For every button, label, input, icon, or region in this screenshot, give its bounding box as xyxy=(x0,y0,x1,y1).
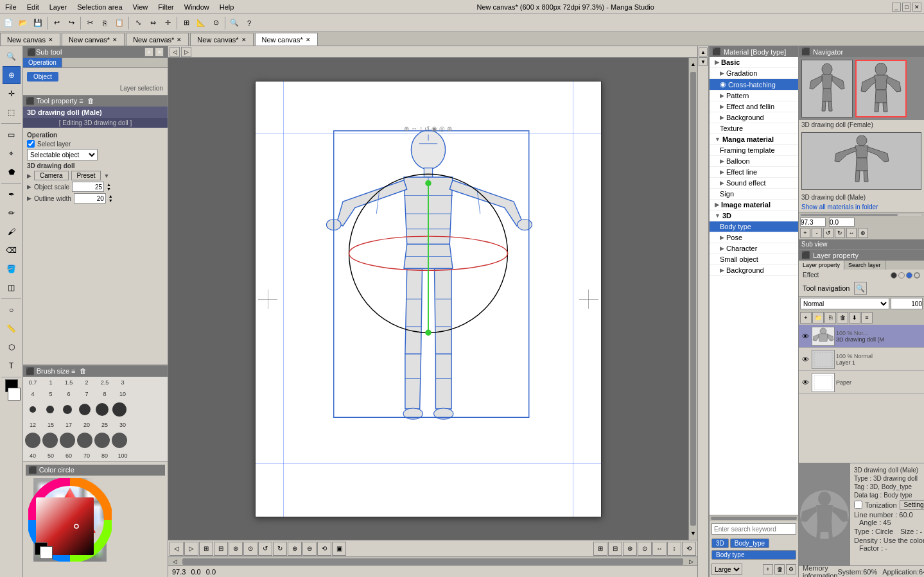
mat-image[interactable]: ▶ Image material xyxy=(710,200,798,211)
tool-subview[interactable]: ⬚ xyxy=(3,103,21,121)
brush-circle-60[interactable] xyxy=(59,432,76,449)
brush-size-25[interactable]: 2.5 xyxy=(96,378,113,387)
menu-help[interactable]: Help xyxy=(214,2,240,12)
brush-circle-30[interactable] xyxy=(111,401,128,418)
brush-size-80[interactable]: 80 xyxy=(96,451,113,460)
canvas-wrapper[interactable]: ⊕ ↔ ↕ ↺ ◉ ◎ ⊛ xyxy=(168,58,688,540)
mat-sign[interactable]: Sign xyxy=(710,189,798,200)
blend-mode-select[interactable]: Normal xyxy=(800,298,889,309)
brush-circle-25[interactable] xyxy=(94,401,110,418)
tab-1-close[interactable]: ✕ xyxy=(112,37,118,43)
brush-size-25b[interactable]: 25 xyxy=(96,420,113,429)
tab-1[interactable]: New canvas* ✕ xyxy=(62,33,125,46)
bt-capture3d[interactable]: ▣ xyxy=(332,542,346,556)
toolbar-help[interactable]: ? xyxy=(242,16,256,30)
brush-circle-15[interactable] xyxy=(42,401,58,418)
menu-edit[interactable]: Edit xyxy=(22,2,44,12)
brush-size-07[interactable]: 0.7 xyxy=(24,378,41,387)
preset-button[interactable]: Preset xyxy=(71,171,101,180)
nav-zoom-input[interactable] xyxy=(800,218,826,227)
mat-scroll-thumb[interactable] xyxy=(711,517,797,520)
mat-basic[interactable]: ▶ Basic xyxy=(710,57,798,68)
color-wheel[interactable] xyxy=(28,478,112,562)
brush-size-10[interactable]: 10 xyxy=(114,390,131,399)
trash-icon[interactable]: 🗑 xyxy=(87,97,94,105)
mat-pose[interactable]: ▶ Pose xyxy=(710,232,798,243)
brush-size-15[interactable]: 1.5 xyxy=(60,378,77,387)
toolbar-zoom-in[interactable]: 🔍 xyxy=(227,16,241,30)
toolbar-paste[interactable]: 📋 xyxy=(112,16,126,30)
tool-lasso[interactable]: ⌖ xyxy=(3,144,21,162)
bi-settings-btn[interactable]: Settings... xyxy=(900,500,924,510)
nav-angle-input[interactable] xyxy=(829,218,855,227)
mat-bg2[interactable]: ▶ Background xyxy=(710,265,798,276)
brush-size-5[interactable]: 5 xyxy=(42,390,59,399)
bt-add-pg[interactable]: ⊛ xyxy=(623,542,637,556)
obj-scale-down[interactable]: ▼ xyxy=(107,187,111,191)
brush-menu[interactable]: ≡ xyxy=(71,367,75,375)
outline-down[interactable]: ▼ xyxy=(109,198,113,203)
bt-zoom-out2[interactable]: ⊙ xyxy=(243,542,257,556)
tool-ruler[interactable]: 📏 xyxy=(3,320,21,338)
scroll-v-thumb[interactable] xyxy=(690,72,696,526)
nav-fit-btn[interactable]: ⊛ xyxy=(858,228,868,238)
lp-dot2[interactable] xyxy=(898,272,905,279)
tool-zoom[interactable]: 🔍 xyxy=(3,47,21,65)
close-button[interactable]: ✕ xyxy=(912,3,921,12)
tool-auto-select[interactable]: ⬟ xyxy=(3,163,21,181)
toolbar-save[interactable]: 💾 xyxy=(31,16,45,30)
layer-item-1[interactable]: 👁 100 % Normal Layer 1 xyxy=(799,348,924,371)
brush-size-20[interactable]: 20 xyxy=(78,420,95,429)
lp-delete[interactable]: 🗑 xyxy=(837,312,848,323)
brush-size-12[interactable]: 12 xyxy=(24,420,41,429)
bt-scale3d[interactable]: ⊖ xyxy=(302,542,317,556)
bt-add-frame[interactable]: ⊞ xyxy=(199,542,213,556)
obj-scale-input[interactable] xyxy=(72,182,104,192)
lp-dot1[interactable] xyxy=(891,272,897,279)
canvas-scrollbar-v[interactable]: ▲ ▼ xyxy=(688,58,697,540)
nav-zoom-out-btn[interactable]: - xyxy=(812,228,822,238)
tool-eraser[interactable]: ⌫ xyxy=(3,241,21,259)
tab-3-close[interactable]: ✕ xyxy=(241,37,247,43)
bt-reset3d[interactable]: ⟲ xyxy=(317,542,331,556)
layer-item-paper[interactable]: 👁 Paper xyxy=(799,371,924,394)
bt-sym2[interactable]: ⟲ xyxy=(682,542,696,556)
mat-character[interactable]: ▶ Character xyxy=(710,243,798,254)
bt-link[interactable]: ⊙ xyxy=(638,542,652,556)
brush-size-50[interactable]: 50 xyxy=(42,451,59,460)
layer-eye-1[interactable]: 👁 xyxy=(800,354,810,365)
mat-tag-3d[interactable]: 3D xyxy=(711,538,729,548)
tab-4-close[interactable]: ✕ xyxy=(306,37,311,43)
lp-copy[interactable]: ⎘ xyxy=(824,312,836,323)
brush-circle-50[interactable] xyxy=(42,432,58,449)
mat-bg1[interactable]: ▶ Background xyxy=(710,112,798,123)
brush-trash[interactable]: 🗑 xyxy=(80,367,87,375)
tool-selection[interactable]: ▭ xyxy=(3,126,21,144)
nav-rotate-l-btn[interactable]: ↺ xyxy=(823,228,833,238)
tp-menu[interactable]: ≡ xyxy=(79,97,83,105)
bt-sym[interactable]: ↕ xyxy=(667,542,681,556)
mat-effect[interactable]: ▶ Effect and fellin xyxy=(710,101,798,112)
lp-tab-search[interactable]: Search layer xyxy=(844,261,885,270)
mat-gradation[interactable]: ▶ Gradation xyxy=(710,68,798,79)
menu-window[interactable]: Window xyxy=(179,2,214,12)
subtool-menu-btn[interactable]: ≡ xyxy=(144,47,153,56)
menu-selection-area[interactable]: Selection area xyxy=(72,2,127,12)
toolbar-new[interactable]: 📄 xyxy=(1,16,15,30)
mat-bodytype[interactable]: Body type xyxy=(710,221,798,232)
tab-operation[interactable]: Operation xyxy=(23,58,62,67)
selectable-object-select[interactable]: Selectable object xyxy=(27,149,98,160)
brush-circle-70[interactable] xyxy=(76,432,93,449)
mat-texture[interactable]: Texture xyxy=(710,123,798,134)
brush-size-2[interactable]: 2 xyxy=(78,378,95,387)
scroll-v-down[interactable]: ▼ xyxy=(689,527,697,540)
mat-pattern[interactable]: ▶ Pattern xyxy=(710,90,798,101)
brush-size-1[interactable]: 1 xyxy=(42,378,59,387)
lp-flatten[interactable]: ≡ xyxy=(861,312,873,323)
opacity-input[interactable] xyxy=(891,298,923,309)
brush-size-7[interactable]: 7 xyxy=(78,390,95,399)
toolbar-flip[interactable]: ⇔ xyxy=(146,16,160,30)
tool-pencil[interactable]: ✏ xyxy=(3,204,21,222)
bt-rotate-l[interactable]: ↺ xyxy=(258,542,272,556)
brush-circle-100[interactable] xyxy=(111,432,128,449)
